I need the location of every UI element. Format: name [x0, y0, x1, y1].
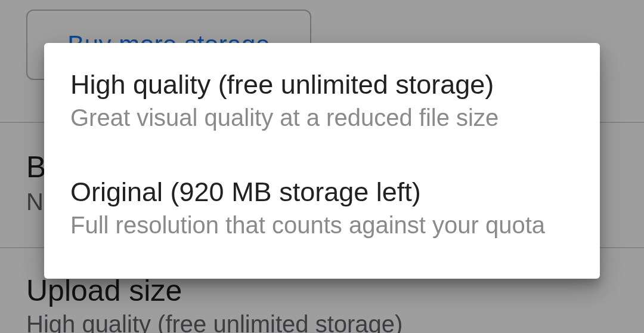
- option-title: Original (920 MB storage left): [70, 177, 574, 208]
- option-desc: Full resolution that counts against your…: [70, 209, 574, 241]
- option-title: High quality (free unlimited storage): [70, 69, 574, 100]
- option-original[interactable]: Original (920 MB storage left) Full reso…: [70, 177, 574, 241]
- option-desc: Great visual quality at a reduced file s…: [70, 101, 574, 134]
- option-high-quality[interactable]: High quality (free unlimited storage) Gr…: [70, 69, 574, 134]
- upload-size-dialog: High quality (free unlimited storage) Gr…: [44, 43, 600, 279]
